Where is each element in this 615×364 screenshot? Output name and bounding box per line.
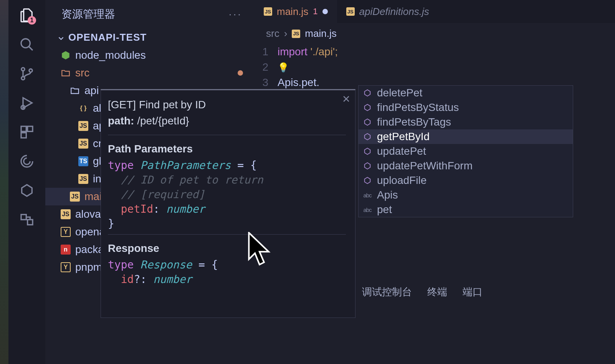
hover-code-params: type PathParameters = { // ID of pet to … [108,158,346,231]
project-name: OPENAPI-TEST [68,31,147,43]
completion-item[interactable]: uploadFile [359,173,573,188]
completion-item[interactable]: abcpet [359,202,573,217]
divider [108,234,346,235]
tree-label: node_modules [75,49,146,61]
svg-rect-9 [21,133,26,138]
line-number: 2 [255,61,278,73]
yaml-icon: Y [61,227,71,237]
js-icon: JS [292,30,300,38]
svg-marker-13 [365,90,370,96]
hex-icon [19,183,35,198]
folder-icon [61,68,71,78]
cube-icon [363,89,372,97]
dirty-indicator [322,9,328,14]
activity-files[interactable]: 1 [18,7,35,24]
code-token: Apis.pet. [278,76,319,89]
branch-icon [19,66,35,81]
panel-tab-terminal[interactable]: 终端 [427,285,447,299]
cube-icon [363,162,372,170]
completion-item[interactable]: abcApis [359,188,573,202]
tab-problem-count: 1 [313,7,317,17]
explorer-more-icon[interactable]: ··· [229,8,242,20]
window-edge [0,0,8,364]
completion-label: Apis [377,189,398,201]
tree-label: packa [75,243,104,256]
js-icon: JS [78,139,88,149]
completion-item-selected[interactable]: getPetById [359,129,573,144]
completion-label: findPetsByStatus [377,101,459,114]
panel-tabs: 调试控制台 终端 端口 [362,285,483,299]
svg-point-3 [21,77,25,80]
code-editor[interactable]: 1 import './api'; 2 💡 3 Apis.pet. [255,44,615,90]
explorer-title: 资源管理器 [61,7,115,22]
activity-copilot[interactable] [18,153,35,170]
tab-api-definitions[interactable]: JS apiDefinitions.js [337,0,438,23]
tab-main-js[interactable]: JS main.js 1 [255,0,337,23]
hover-path: path: /pet/{petId} [108,113,346,132]
ts-icon: TS [78,156,88,166]
hover-title: [GET] Find pet by ID [108,96,346,113]
svg-marker-15 [365,119,370,126]
svg-marker-16 [365,134,370,140]
hover-section-response: Response [108,242,346,255]
completion-item[interactable]: findPetsByStatus [359,100,573,115]
activity-custom[interactable] [18,182,35,199]
svg-marker-19 [365,177,370,184]
svg-rect-11 [21,215,26,220]
ports-icon [19,212,35,227]
svg-marker-17 [365,148,370,155]
cube-icon [363,147,372,156]
folder-icon [61,50,71,60]
cube-icon [363,118,372,126]
debug-icon [19,95,35,111]
activity-extensions[interactable] [18,124,35,141]
completion-label: updatePet [377,145,426,157]
completion-label: pet [377,204,392,216]
lightbulb-icon[interactable]: 💡 [278,62,289,73]
line-number: 3 [255,76,278,89]
svg-marker-14 [365,104,370,111]
completion-item[interactable]: updatePet [359,144,573,159]
tree-folder-node-modules[interactable]: node_modules [45,46,255,64]
completion-label: uploadFile [377,174,427,187]
completion-label: getPetById [377,131,430,143]
svg-point-2 [21,68,25,71]
tree-folder-src[interactable]: src [45,64,255,82]
editor-tabs: JS main.js 1 JS apiDefinitions.js [255,0,615,23]
close-icon[interactable]: ✕ [342,93,350,105]
js-icon: JS [346,7,355,16]
completion-label: findPetsByTags [377,116,451,128]
code-token: ' [308,46,312,58]
tab-filename: main.js [277,6,308,18]
abc-icon: abc [363,191,372,199]
js-icon: JS [78,121,88,131]
npm-icon: n [61,245,71,255]
breadcrumb[interactable]: src › JS main.js [255,23,615,44]
mouse-cursor-icon [248,232,271,270]
project-root[interactable]: OPENAPI-TEST [45,28,255,46]
completion-item[interactable]: findPetsByTags [359,115,573,129]
activity-bar: 1 [8,0,45,364]
completion-item[interactable]: updatePetWithForm [359,159,573,173]
activity-search[interactable] [18,36,35,53]
activity-debug[interactable] [18,94,35,111]
code-token: '; [333,46,338,58]
completion-popup: deletePet findPetsByStatus findPetsByTag… [358,85,573,217]
svg-point-4 [29,69,32,72]
completion-item[interactable]: deletePet [359,86,573,100]
activity-source-control[interactable] [18,65,35,82]
tab-filename: apiDefinitions.js [359,6,429,18]
panel-tab-debug-console[interactable]: 调试控制台 [362,285,412,299]
panel-tab-ports[interactable]: 端口 [463,285,483,299]
line-number: 1 [255,46,278,58]
hover-section-params: Path Parameters [108,143,346,155]
js-icon: JS [78,174,88,184]
tree-label: src [75,67,89,79]
svg-line-1 [29,46,33,50]
svg-rect-8 [28,126,33,131]
files-badge: 1 [28,16,36,25]
svg-rect-7 [21,126,26,131]
code-token: import [278,46,308,58]
tree-label: api [84,84,99,97]
activity-ports[interactable] [18,211,35,228]
